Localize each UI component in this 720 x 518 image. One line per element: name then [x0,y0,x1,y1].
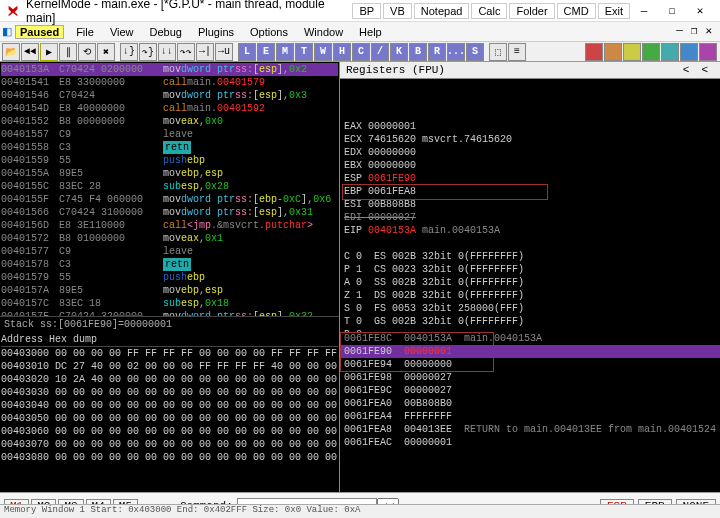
tb-B[interactable]: B [409,43,427,61]
disasm-row[interactable]: 00401552 B8 00000000 mov eax,0x0 [1,115,338,128]
disasm-row[interactable]: 00401578 C3 retn [1,258,338,271]
hex-row[interactable]: 00403080 00 00 00 00 00 00 00 00 00 00 0… [1,451,338,464]
pause-icon[interactable]: ∥ [59,43,77,61]
disasm-row[interactable]: 0040157A 89E5 mov ebp,esp [1,284,338,297]
calc-button[interactable]: Calc [471,3,507,19]
step-over-icon[interactable]: ↷} [139,43,157,61]
tb-C[interactable]: C [352,43,370,61]
menu-plugins[interactable]: Plugins [190,24,242,40]
trace-into-icon[interactable]: ↓↓ [158,43,176,61]
color-cyan-icon[interactable] [661,43,679,61]
disasm-row[interactable]: 00401558 C3 retn [1,141,338,154]
color-blue-icon[interactable] [680,43,698,61]
stack-row[interactable]: 0061FEAC 00000001 [340,436,720,449]
tb-T[interactable]: T [295,43,313,61]
vb-button[interactable]: VB [383,3,412,19]
stack-row[interactable]: 0061FE8C 0040153A main.0040153A [340,332,720,345]
regs-next-icon[interactable]: < [695,64,714,76]
run-user-icon[interactable]: →u [215,43,233,61]
stack-row[interactable]: 0061FEA4 FFFFFFFF [340,410,720,423]
hex-row[interactable]: 00403050 00 00 00 00 00 00 00 00 00 00 0… [1,412,338,425]
menu-debug[interactable]: Debug [142,24,190,40]
exit-button[interactable]: Exit [598,3,630,19]
disasm-row[interactable]: 0040154D E8 40000000 call main.00401592 [1,102,338,115]
disasm-row[interactable]: 0040155A 89E5 mov ebp,esp [1,167,338,180]
close-icon[interactable]: ✕ [686,0,714,22]
color-green-icon[interactable] [642,43,660,61]
color-red-icon[interactable] [585,43,603,61]
disasm-row[interactable]: 0040156D E8 3E110000 call <jmp.&msvcrt.p… [1,219,338,232]
menu-help[interactable]: Help [351,24,390,40]
disassembly-panel[interactable]: 0040153A C70424 0200000 mov dword ptr ss… [0,62,339,316]
disasm-row[interactable]: 00401579 55 push ebp [1,271,338,284]
tb-K[interactable]: K [390,43,408,61]
trace-over-icon[interactable]: ↷↷ [177,43,195,61]
mdi-close-icon[interactable]: ✕ [701,24,716,37]
mdi-restore-icon[interactable]: ❐ [687,24,702,37]
disasm-row[interactable]: 00401572 B8 01000000 mov eax,0x1 [1,232,338,245]
run-ret-icon[interactable]: →| [196,43,214,61]
disasm-row[interactable]: 0040155F C745 F4 060000 mov dword ptr ss… [1,193,338,206]
menu-window[interactable]: Window [296,24,351,40]
hex-row[interactable]: 00403010 DC 27 40 00 02 00 00 00 FF FF F… [1,360,338,373]
rewind-icon[interactable]: ◄◄ [21,43,39,61]
stop-icon[interactable]: ✖ [97,43,115,61]
registers-panel[interactable]: EAX 00000001ECX 74615620 msvcrt.74615620… [340,79,720,332]
tb-slash[interactable]: / [371,43,389,61]
stack-panel[interactable]: 0061FE8C 0040153A main.0040153A0061FE90 … [340,332,720,492]
disasm-row[interactable]: 00401566 C70424 3100000 mov dword ptr ss… [1,206,338,219]
disasm-row[interactable]: 00401541 E8 33000000 call main.00401579 [1,76,338,89]
disasm-row[interactable]: 0040153A C70424 0200000 mov dword ptr ss… [1,63,338,76]
hexdump-panel[interactable]: Address Hex dump 00403000 00 00 00 00 FF… [0,332,339,492]
play-icon[interactable]: ▶ [40,43,58,61]
disasm-row[interactable]: 00401559 55 push ebp [1,154,338,167]
step-into-icon[interactable]: ↓} [120,43,138,61]
mdi-min-icon[interactable]: — [672,24,687,37]
stack-row[interactable]: 0061FEA8 004013EE RETURN to main.004013E… [340,423,720,436]
disasm-row[interactable]: 00401546 C70424 mov dword ptr ss:[esp],0… [1,89,338,102]
tb-misc-1[interactable]: ⬚ [489,43,507,61]
tb-M[interactable]: M [276,43,294,61]
color-orange-icon[interactable] [604,43,622,61]
stack-row[interactable]: 0061FE90 00000001 [340,345,720,358]
maximize-icon[interactable]: ☐ [658,0,686,22]
reg-line: EDI 00000027 [344,211,716,224]
notepad-button[interactable]: Notepad [414,3,470,19]
color-yellow-icon[interactable] [623,43,641,61]
tb-H[interactable]: H [333,43,351,61]
folder-button[interactable]: Folder [509,3,554,19]
open-icon[interactable]: 📂 [2,43,20,61]
stack-row[interactable]: 0061FE9C 00000027 [340,384,720,397]
bp-button[interactable]: BP [352,3,381,19]
tb-dots[interactable]: ... [447,43,465,61]
tb-L[interactable]: L [238,43,256,61]
tb-W[interactable]: W [314,43,332,61]
hex-row[interactable]: 00403020 10 2A 40 00 00 00 00 00 00 00 0… [1,373,338,386]
tb-S[interactable]: S [466,43,484,61]
hex-row[interactable]: 00403060 00 00 00 00 00 00 00 00 00 00 0… [1,425,338,438]
disasm-row[interactable]: 00401577 C9 leave [1,245,338,258]
restart-icon[interactable]: ⟲ [78,43,96,61]
tb-E[interactable]: E [257,43,275,61]
hex-row[interactable]: 00403030 00 00 00 00 00 00 00 00 00 00 0… [1,386,338,399]
stack-row[interactable]: 0061FE94 00000000 [340,358,720,371]
hex-row[interactable]: 00403070 00 00 00 00 00 00 00 00 00 00 0… [1,438,338,451]
disasm-row[interactable]: 0040157C 83EC 18 sub esp,0x18 [1,297,338,310]
stack-status-line: Stack ss:[0061FE90]=00000001 [0,316,339,332]
stack-row[interactable]: 0061FE98 00000027 [340,371,720,384]
hex-row[interactable]: 00403040 00 00 00 00 00 00 00 00 00 00 0… [1,399,338,412]
reg-line: T 0 GS 002B 32bit 0(FFFFFFFF) [344,315,716,328]
menu-options[interactable]: Options [242,24,296,40]
cmd-button[interactable]: CMD [557,3,596,19]
disasm-row[interactable]: 00401557 C9 leave [1,128,338,141]
stack-row[interactable]: 0061FEA0 00B808B0 [340,397,720,410]
minimize-icon[interactable]: — [630,0,658,22]
hex-row[interactable]: 00403000 00 00 00 00 FF FF FF FF 00 00 0… [1,347,338,360]
tb-R[interactable]: R [428,43,446,61]
tb-misc-2[interactable]: ≡ [508,43,526,61]
color-magenta-icon[interactable] [699,43,717,61]
menu-file[interactable]: File [68,24,102,40]
menu-view[interactable]: View [102,24,142,40]
regs-prev-icon[interactable]: < [677,64,696,76]
disasm-row[interactable]: 0040155C 83EC 28 sub esp,0x28 [1,180,338,193]
